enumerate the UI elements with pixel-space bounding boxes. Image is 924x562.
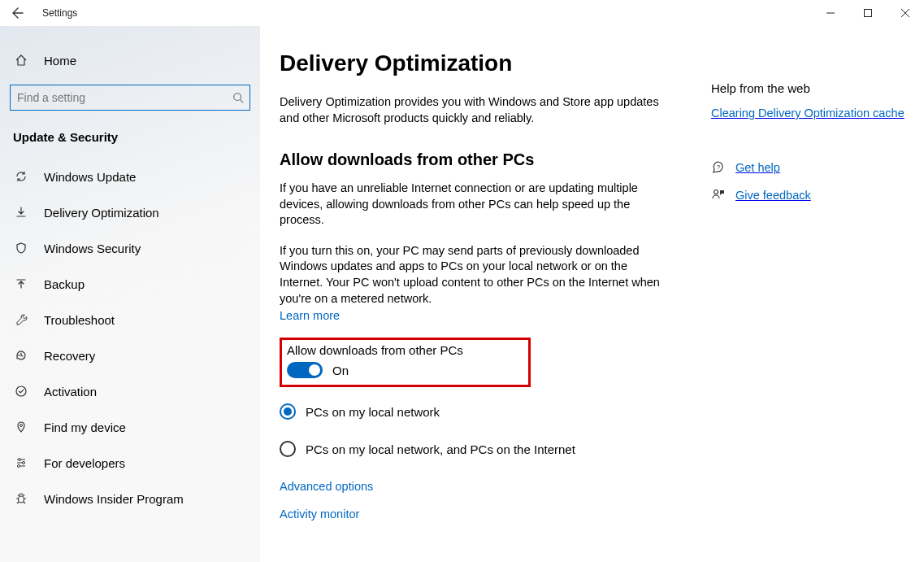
help-rail: Help from the web Clearing Delivery Opti… [711,81,906,216]
titlebar: Settings [0,0,924,26]
search-icon [232,85,244,111]
feedback-icon [711,188,729,203]
svg-point-9 [714,190,718,194]
svg-point-6 [18,465,20,468]
close-icon [901,9,909,17]
svg-point-3 [20,425,23,427]
nav-list: Windows Update Delivery Optimization Win… [0,159,260,516]
window-title: Settings [42,7,77,19]
learn-more-link[interactable]: Learn more [280,309,340,322]
link-text: Get help [735,161,780,174]
radio-label: PCs on my local network [306,405,440,419]
toggle-label: Allow downloads from other PCs [287,343,463,357]
nav-item-windows-update[interactable]: Windows Update [0,159,260,194]
wrench-icon [13,313,29,326]
location-icon [13,420,29,433]
svg-point-4 [19,459,21,461]
arrow-left-icon [11,7,24,20]
nav-item-activation[interactable]: Activation [0,373,260,409]
svg-point-2 [16,386,26,396]
nav-item-label: Windows Update [44,170,136,184]
window-controls [812,0,924,26]
help-chat-icon: ? [711,160,729,175]
nav-item-label: Delivery Optimization [44,206,159,220]
toggle-highlight-box: Allow downloads from other PCs On [280,338,531,387]
nav-item-label: Activation [44,385,97,399]
nav-item-label: Troubleshoot [44,313,115,327]
help-from-web-title: Help from the web [711,81,906,95]
allow-para2: If you turn this on, your PC may send pa… [280,243,670,307]
maximize-button[interactable] [849,0,887,26]
nav-item-delivery-optimization[interactable]: Delivery Optimization [0,194,260,230]
svg-rect-0 [865,10,872,17]
sync-icon [13,170,29,183]
advanced-options-link[interactable]: Advanced options [280,480,670,493]
home-icon [13,54,29,67]
nav-item-windows-insider[interactable]: Windows Insider Program [0,481,260,516]
history-icon [13,349,29,362]
allow-para1: If you have an unreliable Internet conne… [280,181,670,229]
nav-item-label: Backup [44,277,85,291]
nav-item-backup[interactable]: Backup [0,266,260,302]
bug-icon [13,492,29,505]
toggle-state: On [332,364,349,377]
radio-option-internet[interactable]: PCs on my local network, and PCs on the … [280,441,670,457]
shield-icon [13,242,29,255]
svg-point-7 [19,496,24,503]
page-title: Delivery Optimization [280,50,670,76]
nav-home[interactable]: Home [0,42,260,78]
nav-item-label: Windows Insider Program [44,492,184,506]
back-button[interactable] [0,0,36,26]
nav-item-for-developers[interactable]: For developers [0,445,260,481]
nav-item-label: Recovery [44,349,95,363]
search-input[interactable] [10,85,250,111]
search-wrap [10,85,250,111]
radio-icon [280,441,296,457]
nav-item-label: For developers [44,456,125,470]
sliders-icon [13,456,29,469]
clear-cache-link[interactable]: Clearing Delivery Optimization cache [711,107,906,120]
activity-monitor-link[interactable]: Activity monitor [280,508,670,521]
nav-home-label: Home [44,54,76,68]
svg-point-5 [23,462,25,464]
link-text: Clearing Delivery Optimization cache [711,107,904,120]
check-circle-icon [13,385,29,398]
radio-label: PCs on my local network, and PCs on the … [306,442,575,456]
close-button[interactable] [887,0,924,26]
nav-item-recovery[interactable]: Recovery [0,338,260,373]
intro-text: Delivery Optimization provides you with … [280,94,670,126]
link-text: Give feedback [735,189,811,202]
upload-icon [13,277,29,290]
download-icon [13,206,29,219]
svg-text:?: ? [717,163,721,171]
nav-pane: Home Update & Security Windows Update De… [0,26,260,562]
minimize-icon [826,9,835,17]
maximize-icon [864,9,872,17]
radio-icon [280,403,296,420]
svg-point-1 [234,94,241,101]
nav-item-label: Find my device [44,420,126,434]
allow-section-title: Allow downloads from other PCs [280,150,670,169]
radio-option-local[interactable]: PCs on my local network [280,403,670,420]
get-help-link[interactable]: ? Get help [711,160,906,175]
nav-category-title: Update & Security [13,130,260,144]
nav-item-windows-security[interactable]: Windows Security [0,230,260,266]
minimize-button[interactable] [812,0,849,26]
give-feedback-link[interactable]: Give feedback [711,188,906,203]
nav-item-find-my-device[interactable]: Find my device [0,409,260,445]
allow-downloads-toggle[interactable] [287,362,323,378]
nav-item-troubleshoot[interactable]: Troubleshoot [0,302,260,338]
nav-item-label: Windows Security [44,242,141,255]
